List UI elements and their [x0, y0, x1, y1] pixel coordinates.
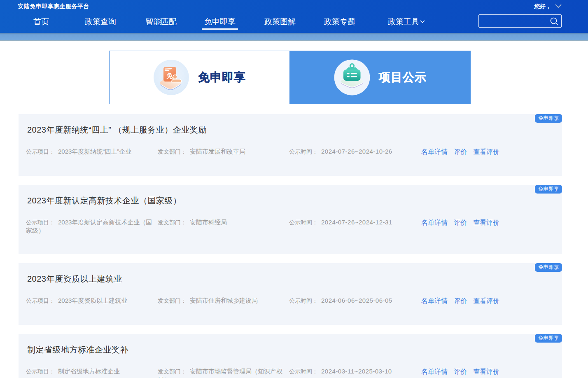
svg-text:免: 免 [166, 72, 173, 79]
